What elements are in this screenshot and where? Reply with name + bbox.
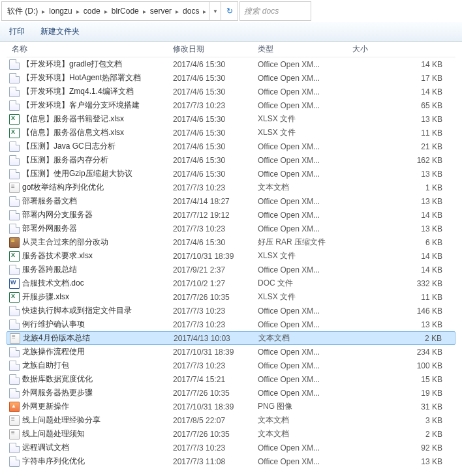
file-row[interactable]: 【压测】Java GC日志分析2017/4/6 15:30Office Open… <box>7 140 455 153</box>
file-name: 数据库数据宽度优化 <box>22 374 93 385</box>
refresh-button[interactable]: ↻ <box>221 2 238 20</box>
doc-file-icon <box>9 196 20 207</box>
chevron-right-icon[interactable]: ▸ <box>74 8 82 15</box>
file-row[interactable]: 服务器技术要求.xlsx2017/10/31 18:39XLSX 文件14 KB <box>7 249 455 263</box>
doc-file-icon <box>9 361 20 371</box>
file-name: gof枚举结构序列化优化 <box>22 182 104 193</box>
file-row[interactable]: 数据库数据宽度优化2017/7/4 15:21Office Open XM...… <box>7 372 455 386</box>
file-row[interactable]: 开服步骤.xlsx2017/7/26 10:35XLSX 文件11 KB <box>7 290 455 304</box>
file-row[interactable]: 字符串序列化优化2017/7/3 11:08Office Open XM...1… <box>7 454 455 468</box>
file-row[interactable]: gof枚举结构序列化优化2017/7/3 10:23文本文档1 KB <box>7 181 455 194</box>
history-dropdown[interactable]: ▼ <box>209 2 221 20</box>
file-row[interactable]: 部署外网服务器2017/7/3 10:23Office Open XM...13… <box>7 222 455 235</box>
chevron-right-icon[interactable]: ▸ <box>200 8 209 15</box>
file-date: 2017/7/3 10:23 <box>173 361 258 370</box>
doc-file-icon <box>9 100 20 111</box>
file-type: Office Open XM... <box>258 457 352 466</box>
file-date: 2017/7/26 10:35 <box>173 430 258 439</box>
file-row[interactable]: 【信息】服务器信息文档.xlsx2017/4/6 15:30XLSX 文件11 … <box>7 126 455 140</box>
xl-file-icon <box>9 128 20 138</box>
file-row[interactable]: 部署服务器文档2017/4/14 18:27Office Open XM...1… <box>7 194 455 208</box>
file-type: 文本文档 <box>258 182 352 193</box>
breadcrumb-item[interactable]: 软件 (D:) <box>6 6 39 17</box>
chevron-right-icon[interactable]: ▸ <box>140 8 149 15</box>
breadcrumb-item[interactable]: server <box>149 7 173 16</box>
file-list: 【开发环境】gradle打包文档2017/4/6 15:30Office Ope… <box>7 57 455 468</box>
doc-file-icon <box>9 59 20 70</box>
file-row[interactable]: 远程调试文档2017/7/3 10:23Office Open XM...92 … <box>7 441 455 454</box>
breadcrumb[interactable]: 软件 (D:)▸longzu▸code▸blrCode▸server▸docs▸ <box>2 6 209 17</box>
file-row[interactable]: 龙族操作流程使用2017/10/31 18:39Office Open XM..… <box>7 345 455 359</box>
file-row[interactable]: 【压测】服务器内存分析2017/4/6 15:30Office Open XM.… <box>7 153 455 167</box>
file-row[interactable]: 龙族自助打包2017/7/3 10:23Office Open XM...100… <box>7 359 455 372</box>
chevron-right-icon[interactable]: ▸ <box>39 8 48 15</box>
col-name[interactable]: 名称 <box>7 44 173 55</box>
breadcrumb-item[interactable]: code <box>82 7 102 16</box>
col-type[interactable]: 类型 <box>258 44 352 55</box>
txt-file-icon <box>9 429 20 439</box>
print-button[interactable]: 打印 <box>9 26 25 37</box>
file-row[interactable]: 外网更新操作2017/10/31 18:39PNG 图像31 KB <box>7 400 455 413</box>
file-date: 2017/9/21 2:37 <box>173 265 258 275</box>
file-row[interactable]: 【开发环境】Zmq4.1.4编译文档2017/4/6 15:30Office O… <box>7 85 455 98</box>
doc-file-icon <box>9 210 20 220</box>
file-type: Office Open XM... <box>258 361 352 370</box>
file-date: 2017/4/6 15:30 <box>173 238 258 247</box>
file-size: 13 KB <box>352 224 455 233</box>
file-row[interactable]: 从灵主合过来的部分改动2017/4/6 15:30好压 RAR 压缩文件6 KB <box>7 235 455 249</box>
file-row[interactable]: 快速执行脚本或到指定文件目录2017/7/3 10:23Office Open … <box>7 304 455 318</box>
file-name: 外网更新操作 <box>22 401 69 412</box>
file-size: 6 KB <box>352 238 455 247</box>
column-headers[interactable]: 名称 修改日期 类型 大小 <box>7 42 455 57</box>
file-row[interactable]: 线上问题处理经验分享2017/8/5 22:07文本文档3 KB <box>7 413 455 427</box>
file-row[interactable]: 部署内网分支服务器2017/7/12 19:12Office Open XM..… <box>7 208 455 222</box>
file-type: XLSX 文件 <box>258 250 352 261</box>
file-date: 2017/10/31 18:39 <box>173 348 258 357</box>
file-type: 文本文档 <box>258 428 352 439</box>
file-size: 146 KB <box>352 306 455 316</box>
file-size: 11 KB <box>352 128 455 138</box>
file-row[interactable]: 线上问题处理须知2017/7/26 10:35文本文档2 KB <box>7 427 455 441</box>
col-size[interactable]: 大小 <box>352 44 455 55</box>
file-row[interactable]: 【压测】使用Gzip压缩超大协议2017/4/6 15:30Office Ope… <box>7 167 455 181</box>
txt-file-icon <box>10 333 20 344</box>
file-row[interactable]: 例行维护确认事项2017/7/3 10:23Office Open XM...1… <box>7 318 455 331</box>
file-size: 332 KB <box>352 279 455 288</box>
file-date: 2017/4/6 15:30 <box>173 142 258 151</box>
file-row[interactable]: 服务器跨服总结2017/9/21 2:37Office Open XM...14… <box>7 263 455 276</box>
file-name: 线上问题处理经验分享 <box>22 415 100 426</box>
breadcrumb-item[interactable]: blrCode <box>110 7 140 16</box>
address-bar[interactable]: 软件 (D:)▸longzu▸code▸blrCode▸server▸docs▸… <box>1 1 238 21</box>
file-name: 服务器跨服总结 <box>22 264 77 275</box>
breadcrumb-item[interactable]: docs <box>181 7 200 16</box>
chevron-right-icon[interactable]: ▸ <box>173 8 181 15</box>
png-file-icon <box>9 402 20 412</box>
file-row[interactable]: 龙族4月份版本总结2017/4/13 10:03文本文档2 KB <box>7 331 455 345</box>
file-row[interactable]: 【开发环境】HotAgent热部署文档2017/4/6 15:30Office … <box>7 71 455 85</box>
file-size: 3 KB <box>352 416 455 425</box>
file-name: 线上问题处理须知 <box>22 428 85 439</box>
file-row[interactable]: 【信息】服务器书籍登记.xlsx2017/4/6 15:30XLSX 文件13 … <box>7 112 455 126</box>
file-row[interactable]: 外网服务器热更步骤2017/7/26 10:35Office Open XM..… <box>7 386 455 400</box>
doc-file-icon <box>9 141 20 152</box>
file-name: 【压测】服务器内存分析 <box>22 155 108 166</box>
file-row[interactable]: 合服技术文档.doc2017/10/2 1:27DOC 文件332 KB <box>7 276 455 290</box>
file-size: 14 KB <box>352 265 455 275</box>
doc-file-icon <box>9 169 20 179</box>
search-input[interactable]: 搜索 docs <box>239 1 311 21</box>
file-size: 1 KB <box>352 183 455 192</box>
file-date: 2017/7/12 19:12 <box>173 211 258 220</box>
new-folder-button[interactable]: 新建文件夹 <box>40 26 80 37</box>
file-type: Office Open XM... <box>258 197 352 206</box>
xl-file-icon <box>9 114 20 125</box>
chevron-right-icon[interactable]: ▸ <box>102 8 110 15</box>
col-date[interactable]: 修改日期 <box>173 44 258 55</box>
file-row[interactable]: 【开发环境】客户端分支环境搭建2017/7/3 10:23Office Open… <box>7 98 455 112</box>
rar-file-icon <box>9 237 20 248</box>
xl-file-icon <box>9 251 20 261</box>
file-date: 2017/4/6 15:30 <box>173 128 258 138</box>
file-date: 2017/7/3 11:08 <box>173 457 258 466</box>
file-row[interactable]: 【开发环境】gradle打包文档2017/4/6 15:30Office Ope… <box>7 57 455 71</box>
breadcrumb-item[interactable]: longzu <box>48 7 73 16</box>
file-name: 例行维护确认事项 <box>22 319 85 330</box>
